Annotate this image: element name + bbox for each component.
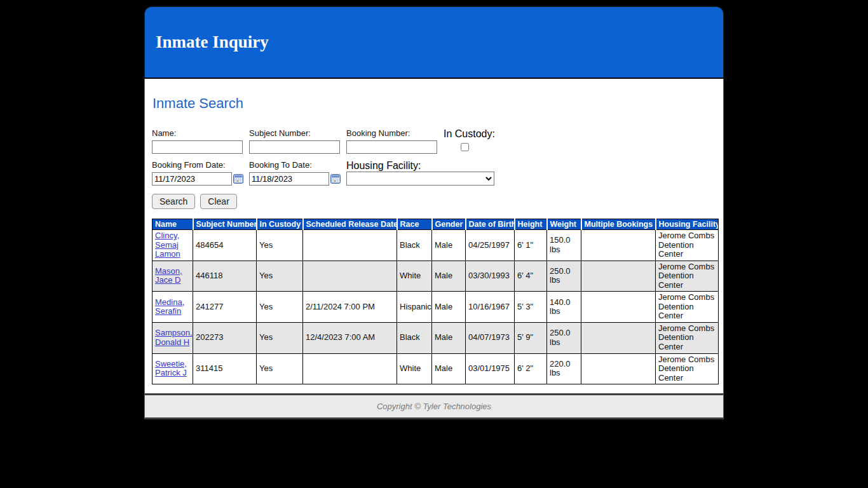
booking-from-label: Booking From Date: [152, 160, 249, 170]
cell-subject-number: 202273 [193, 322, 257, 353]
booking-from-input[interactable] [152, 172, 232, 186]
cell-in-custody: Yes [257, 230, 303, 261]
booking-to-input[interactable] [249, 172, 329, 186]
cell-dob: 10/16/1967 [466, 292, 515, 323]
booking-to-field-group: Booking To Date: [249, 160, 346, 186]
table-header-row: NameSubject NumberIn CustodyScheduled Re… [153, 219, 719, 230]
cell-height: 5' 3" [515, 292, 547, 323]
cell-race: Hispanic [397, 292, 432, 323]
cell-in-custody: Yes [257, 353, 303, 384]
cell-scheduled-release [303, 261, 397, 292]
cell-race: Black [397, 322, 432, 353]
form-row-1: Name: Subject Number: Booking Number: In… [152, 128, 716, 154]
calendar-icon [233, 174, 243, 184]
clear-button[interactable]: Clear [200, 194, 236, 209]
cell-subject-number: 241277 [193, 292, 257, 323]
cell-gender: Male [432, 230, 466, 261]
inmate-name-link[interactable]: Medina, Serafin [155, 297, 184, 316]
table-row: Sampson, Donald H202273Yes12/4/2023 7:00… [153, 322, 719, 353]
table-row: Sweetie, Patrick J311415YesWhiteMale03/0… [153, 353, 719, 384]
name-field-group: Name: [152, 128, 249, 154]
table-row: Clincy, Semaj Lamon484654YesBlackMale04/… [153, 230, 719, 261]
form-buttons: Search Clear [152, 194, 716, 209]
column-header: Date of Birth [466, 219, 515, 230]
app-title: Inmate Inquiry [145, 7, 723, 52]
page-title: Inmate Search [152, 79, 716, 112]
cell-multiple-bookings [581, 353, 656, 384]
cell-name: Clincy, Semaj Lamon [153, 230, 193, 261]
booking-to-calendar-button[interactable] [330, 174, 341, 184]
column-header: Race [397, 219, 432, 230]
cell-multiple-bookings [581, 230, 656, 261]
cell-scheduled-release [303, 353, 397, 384]
main-content: Inmate Search Name: Subject Number: Book… [144, 79, 724, 393]
cell-scheduled-release: 2/11/2024 7:00 PM [303, 292, 397, 323]
cell-subject-number: 446118 [193, 261, 257, 292]
inmate-name-link[interactable]: Sampson, Donald H [155, 328, 193, 347]
cell-housing-facility: Jerome Combs Detention Center [656, 322, 719, 353]
cell-weight: 250.0 lbs [547, 322, 581, 353]
column-header: Weight [547, 219, 581, 230]
cell-multiple-bookings [581, 322, 656, 353]
table-row: Medina, Serafin241277Yes2/11/2024 7:00 P… [153, 292, 719, 323]
cell-height: 6' 1" [515, 230, 547, 261]
housing-facility-select[interactable] [346, 172, 494, 186]
cell-dob: 03/01/1975 [466, 353, 515, 384]
cell-in-custody: Yes [257, 261, 303, 292]
cell-scheduled-release: 12/4/2023 7:00 AM [303, 322, 397, 353]
cell-weight: 250.0 lbs [547, 261, 581, 292]
cell-race: White [397, 353, 432, 384]
housing-facility-label: Housing Facility: [346, 160, 421, 171]
search-button[interactable]: Search [152, 194, 195, 209]
cell-weight: 150.0 lbs [547, 230, 581, 261]
cell-name: Mason, Jace D [153, 261, 193, 292]
cell-height: 6' 4" [515, 261, 547, 292]
column-header: Multiple Bookings [581, 219, 656, 230]
cell-housing-facility: Jerome Combs Detention Center [656, 353, 719, 384]
cell-dob: 04/07/1973 [466, 322, 515, 353]
subject-number-field-group: Subject Number: [249, 128, 346, 154]
column-header: Housing Facility [656, 219, 719, 230]
cell-multiple-bookings [581, 292, 656, 323]
cell-height: 6' 2" [515, 353, 547, 384]
cell-multiple-bookings [581, 261, 656, 292]
cell-gender: Male [432, 292, 466, 323]
cell-dob: 03/30/1993 [466, 261, 515, 292]
housing-facility-field-group: Housing Facility: [346, 160, 494, 186]
page-container: Inmate Inquiry Inmate Search Name: Subje… [144, 6, 724, 419]
cell-weight: 140.0 lbs [547, 292, 581, 323]
inmate-name-link[interactable]: Sweetie, Patrick J [155, 359, 187, 378]
cell-in-custody: Yes [257, 322, 303, 353]
subject-number-input[interactable] [249, 140, 340, 154]
inmate-name-link[interactable]: Clincy, Semaj Lamon [155, 231, 180, 259]
cell-race: Black [397, 230, 432, 261]
booking-number-input[interactable] [346, 140, 437, 154]
app-banner: Inmate Inquiry [144, 6, 724, 78]
cell-name: Sweetie, Patrick J [153, 353, 193, 384]
column-header: Subject Number [193, 219, 257, 230]
inmate-name-link[interactable]: Mason, Jace D [155, 266, 182, 285]
in-custody-label: In Custody: [444, 128, 495, 139]
table-body: Clincy, Semaj Lamon484654YesBlackMale04/… [153, 230, 719, 384]
results-table: NameSubject NumberIn CustodyScheduled Re… [152, 219, 719, 384]
cell-name: Medina, Serafin [153, 292, 193, 323]
cell-dob: 04/25/1997 [466, 230, 515, 261]
subject-number-label: Subject Number: [249, 128, 346, 138]
calendar-icon [330, 174, 341, 184]
booking-to-label: Booking To Date: [249, 160, 346, 170]
booking-from-field-group: Booking From Date: [152, 160, 249, 186]
cell-gender: Male [432, 261, 466, 292]
cell-housing-facility: Jerome Combs Detention Center [656, 292, 719, 323]
booking-from-calendar-button[interactable] [233, 174, 243, 184]
in-custody-field-group: In Custody: [444, 128, 501, 154]
cell-in-custody: Yes [257, 292, 303, 323]
in-custody-checkbox[interactable] [461, 143, 469, 151]
cell-subject-number: 484654 [193, 230, 257, 261]
name-input[interactable] [152, 140, 243, 154]
cell-subject-number: 311415 [193, 353, 257, 384]
cell-name: Sampson, Donald H [153, 322, 193, 353]
cell-gender: Male [432, 353, 466, 384]
cell-scheduled-release [303, 230, 397, 261]
copyright-text: Copyright © Tyler Technologies [377, 402, 491, 411]
cell-height: 5' 9" [515, 322, 547, 353]
